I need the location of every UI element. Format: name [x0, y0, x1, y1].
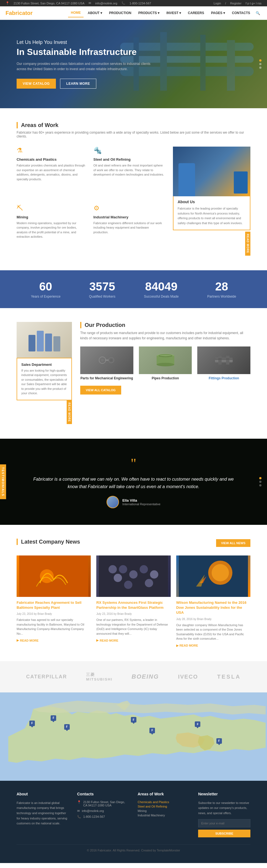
login-link[interactable]: Login — [214, 2, 221, 5]
news-title-1[interactable]: Fabricator Reaches Agreement to Sell Bal… — [17, 600, 91, 610]
area-chemicals: ⚗ Chemicals and Plastics Fabricator prov… — [17, 147, 88, 199]
areas-read-more[interactable]: READ MORE — [245, 231, 250, 255]
stat-partners-label: Partners Worldwide — [207, 294, 236, 299]
areas-layout: ⚗ Chemicals and Plastics Fabricator prov… — [17, 147, 250, 256]
testimonial-content: " Fabricator is a company that we can re… — [22, 455, 245, 508]
hero-section: Let Us Help You Invest In Sustainable In… — [0, 20, 267, 108]
learn-more-button[interactable]: LEARN MORE — [60, 79, 97, 89]
about-box-text: Fabricator is the leading provider of sp… — [178, 206, 246, 225]
fittings-name[interactable]: Fittings Production — [197, 376, 250, 380]
svg-point-14 — [157, 363, 174, 366]
sales-read-more[interactable]: READ MORE — [67, 400, 72, 424]
footer-link-mining[interactable]: Mining — [138, 809, 190, 812]
machinery-desc: Fabricator engineers different solutions… — [94, 221, 165, 235]
news-author-3: by Brian Brady — [193, 618, 212, 621]
map-pin-4[interactable]: F — [131, 717, 136, 722]
stat-workers-number: 3575 — [89, 280, 115, 293]
view-catalog-button[interactable]: VIEW CATALOG — [17, 79, 56, 89]
svg-point-24 — [119, 565, 127, 574]
newsletter-subscribe-button[interactable]: SUBSCRIBE — [198, 830, 250, 837]
hero-dot-1[interactable] — [259, 59, 262, 62]
nav-invest[interactable]: INVEST ▾ — [163, 9, 184, 17]
news-title-2[interactable]: RX Systems Announces First Strategic Par… — [96, 600, 170, 610]
hero-description: Our company provides world-class fabrica… — [17, 61, 155, 72]
map-pin-3[interactable]: F — [64, 724, 70, 730]
main-nav: HOME ABOUT ▾ PRODUCTION PRODUCTS ▾ INVES… — [68, 8, 262, 18]
map-pin-6[interactable]: F — [195, 721, 200, 727]
product-pipes: Pipes Production — [139, 346, 192, 380]
nav-home[interactable]: HOME — [68, 8, 84, 18]
nav-production[interactable]: PRODUCTION — [106, 9, 134, 17]
stat-partners: 28 Partners Worldwide — [207, 280, 236, 299]
newsletter-email-input[interactable] — [198, 819, 250, 828]
register-link[interactable]: Register — [230, 2, 242, 5]
email-icon: ✉ — [88, 1, 91, 5]
nav-contacts[interactable]: CONTACTS — [229, 9, 253, 17]
search-icon[interactable]: 🔍 — [254, 10, 262, 17]
nav-products[interactable]: PRODUCTS ▾ — [136, 9, 162, 17]
news-title-3[interactable]: Wilson Manufacturing Named to the 2016 D… — [176, 600, 250, 615]
sales-desc: If you are looking for high-quality indu… — [21, 368, 67, 396]
pipes-img — [139, 346, 192, 374]
footer-link-chemicals[interactable]: Chemicals and Plastics — [138, 800, 190, 804]
author-name: Ella Villa — [122, 498, 160, 502]
testi-dot-1[interactable] — [259, 477, 262, 479]
chemicals-icon: ⚗ — [17, 147, 88, 154]
footer-about-title: About — [17, 792, 69, 796]
testi-dot-2[interactable] — [259, 480, 262, 483]
news-read-more-1[interactable]: ▶READ MORE — [17, 639, 91, 642]
nav-about[interactable]: ABOUT ▾ — [85, 9, 105, 17]
svg-point-10 — [110, 359, 112, 362]
news-read-more-3[interactable]: ▶READ MORE — [176, 644, 250, 647]
steel-desc: Oil and steel refiners are the most impo… — [94, 163, 165, 177]
map-pin-7[interactable]: F — [216, 738, 222, 744]
news-img-3 — [176, 556, 250, 597]
svg-point-26 — [129, 570, 137, 579]
testi-dot-3[interactable] — [259, 484, 262, 487]
stat-workers-label: Qualified Workers — [89, 294, 115, 299]
mining-desc: Modern mining operations, supported by o… — [17, 221, 88, 239]
author-info: Ella Villa International Representative — [122, 498, 160, 506]
partner-boeing: BOEING — [132, 673, 159, 680]
mechanical-img — [80, 346, 133, 374]
news-read-more-2[interactable]: ▶READ MORE — [96, 639, 170, 642]
svg-rect-4 — [160, 32, 167, 91]
map-pin-5[interactable]: F — [150, 728, 155, 733]
hero-title: In Sustainable Infrastructure — [17, 46, 155, 57]
address-icon: 📍 — [5, 1, 9, 5]
view-all-catalog-button[interactable]: VIEW ALL CATALOG — [80, 386, 121, 395]
areas-title: Areas of Work — [17, 122, 250, 128]
news-date-2: July 23, 2016 — [96, 612, 113, 615]
partner-mitsubishi: 三菱 MITSUBISHI — [86, 672, 112, 681]
partner-tesla: TESLA — [217, 674, 241, 680]
svg-point-33 — [212, 564, 229, 582]
news-item-1: Fabricator Reaches Agreement to Sell Bal… — [17, 556, 91, 647]
svg-rect-17 — [218, 356, 222, 365]
area-steel: 🔩 Steel and Oil Refining Oil and steel r… — [94, 147, 165, 199]
nav-careers[interactable]: CAREERS — [185, 9, 207, 17]
footer-about-col: About Fabricator is an industrial global… — [17, 792, 69, 837]
production-left-panel: Sales Department If you are looking for … — [17, 322, 72, 425]
areas-right-panel: About Us Fabricator is the leading provi… — [173, 147, 250, 256]
footer-email-icon: ✉ — [77, 809, 80, 813]
svg-point-27 — [140, 565, 148, 574]
footer-link-steel[interactable]: Steel and Oil Refining — [138, 805, 190, 808]
area-mining: ⛏ Mining Modern mining operations, suppo… — [17, 204, 88, 256]
about-box: About Us Fabricator is the leading provi… — [173, 195, 250, 230]
sales-dept-image — [17, 322, 72, 361]
sales-box: Sales Department If you are looking for … — [17, 358, 72, 400]
svg-point-25 — [114, 574, 122, 582]
map-pin-2[interactable]: F — [51, 715, 56, 721]
hero-dot-3[interactable] — [259, 66, 262, 69]
news-title: Latest Company News — [17, 539, 80, 545]
svg-point-23 — [108, 565, 117, 574]
view-all-news-button[interactable]: VIEW ALL NEWS — [216, 539, 250, 547]
nav-pages[interactable]: PAGES ▾ — [208, 9, 228, 17]
news-excerpt-2: One of our partners, RX Systems, a leade… — [96, 618, 170, 636]
footer-contacts-title: Contacts — [77, 792, 130, 796]
mining-name: Mining — [17, 215, 88, 219]
chemicals-name: Chemicals and Plastics — [17, 157, 88, 161]
map-pin-1[interactable]: F — [29, 720, 35, 726]
hero-dot-2[interactable] — [259, 63, 262, 65]
footer-link-machinery[interactable]: Industrial Machinery — [138, 814, 190, 817]
